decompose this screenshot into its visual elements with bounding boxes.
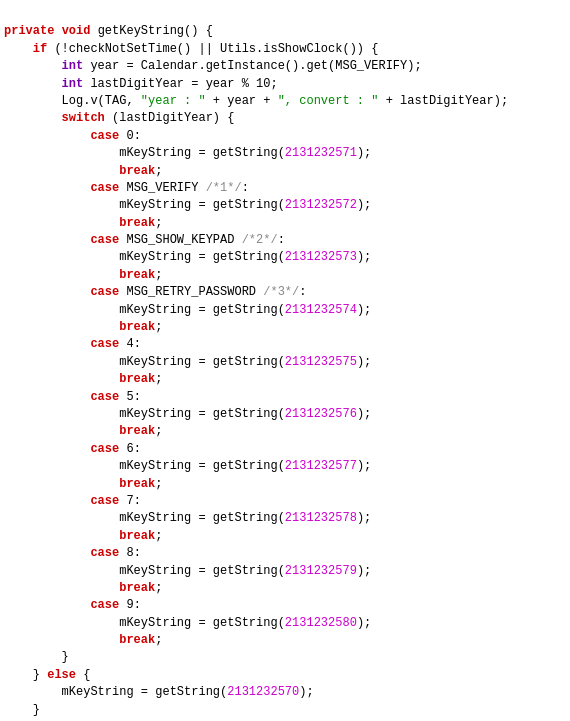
code-line: Log.v(TAG, "year : " + year + ", convert… bbox=[0, 93, 570, 110]
code-line: case 4: bbox=[0, 336, 570, 353]
code-line: case 0: bbox=[0, 128, 570, 145]
code-line: mKeyString = getString(2131232574); bbox=[0, 302, 570, 319]
code-line: case MSG_SHOW_KEYPAD /*2*/: bbox=[0, 232, 570, 249]
code-line: case MSG_RETRY_PASSWORD /*3*/: bbox=[0, 284, 570, 301]
code-line: mKeyString = getString(2131232580); bbox=[0, 615, 570, 632]
code-line: if (!checkNotSetTime() || Utils.isShowCl… bbox=[0, 41, 570, 58]
code-line: case 7: bbox=[0, 493, 570, 510]
code-line: break; bbox=[0, 423, 570, 440]
code-line: case 5: bbox=[0, 389, 570, 406]
code-line: break; bbox=[0, 267, 570, 284]
code-line: case 6: bbox=[0, 441, 570, 458]
code-line: break; bbox=[0, 163, 570, 180]
code-editor: private void getKeyString() { if (!check… bbox=[0, 0, 570, 721]
code-line: mKeyString = getString(2131232576); bbox=[0, 406, 570, 423]
code-line: mKeyString = getString(2131232579); bbox=[0, 563, 570, 580]
code-line: mKeyString = getString(2131232571); bbox=[0, 145, 570, 162]
code-line: break; bbox=[0, 215, 570, 232]
code-line: mKeyString = getString(2131232578); bbox=[0, 510, 570, 527]
code-line: case 9: bbox=[0, 597, 570, 614]
code-line: } bbox=[0, 649, 570, 666]
code-line: mKeyString = getString(2131232575); bbox=[0, 354, 570, 371]
code-line: break; bbox=[0, 319, 570, 336]
code-line: case MSG_VERIFY /*1*/: bbox=[0, 180, 570, 197]
code-line: mKeyString = getString(2131232573); bbox=[0, 249, 570, 266]
code-line: break; bbox=[0, 476, 570, 493]
code-line: mKeyString = getString(2131232570); bbox=[0, 684, 570, 701]
code-line: mKeyString = getString(2131232572); bbox=[0, 197, 570, 214]
code-line: int lastDigitYear = year % 10; bbox=[0, 76, 570, 93]
code-line: break; bbox=[0, 580, 570, 597]
code-line: } bbox=[0, 702, 570, 719]
code-line: break; bbox=[0, 528, 570, 545]
code-line: private void getKeyString() { bbox=[0, 23, 570, 40]
code-line: case 8: bbox=[0, 545, 570, 562]
code-line: switch (lastDigitYear) { bbox=[0, 110, 570, 127]
code-line: break; bbox=[0, 371, 570, 388]
code-line: mKeyString = getString(2131232577); bbox=[0, 458, 570, 475]
code-line: break; bbox=[0, 632, 570, 649]
code-line: } else { bbox=[0, 667, 570, 684]
code-line: int year = Calendar.getInstance().get(MS… bbox=[0, 58, 570, 75]
